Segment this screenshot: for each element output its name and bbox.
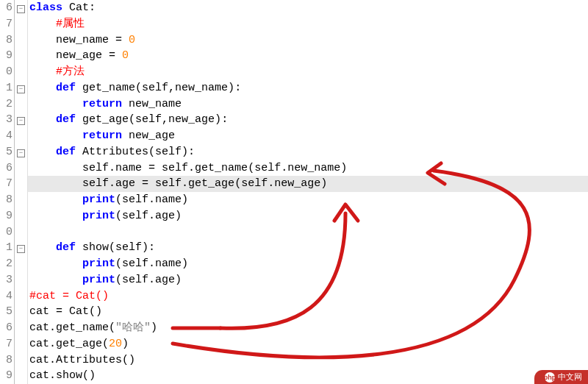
line-number: 4 [0,128,12,144]
line-number: 9 [0,48,12,64]
token-op: () [89,305,102,318]
token-op: ) [182,193,188,206]
code-line: new_age = 0 [28,48,588,64]
line-number: 7 [0,176,12,192]
fold-cell [15,368,27,384]
watermark-logo: php [545,372,555,383]
line-number: 6 [0,320,12,336]
token-kw: print [82,257,115,270]
fold-minus-icon[interactable]: − [17,5,25,13]
code-line: print(self.name) [28,256,588,272]
code-line: return new_age [28,128,588,144]
token-id: age [155,274,175,286]
token-op: . [182,177,188,190]
token-sp [29,257,82,270]
token-kw: def [56,241,82,254]
token-sp [29,113,56,126]
token-op: . [109,162,115,174]
fold-cell [15,16,27,32]
fold-cell [15,352,27,369]
token-id: cat [29,338,49,350]
token-kw: def [56,113,82,126]
fold-cell [15,96,27,113]
token-op: . [49,321,56,334]
fold-minus-icon[interactable]: − [17,117,25,125]
token-id: name [115,162,148,174]
code-line: cat = Cat() [28,304,588,320]
fold-cell [15,176,27,192]
token-com: #属性 [56,18,85,30]
token-id: self [135,113,162,126]
token-com: #cat = Cat() [29,290,109,302]
fold-minus-icon[interactable]: − [17,149,25,157]
code-line: def get_name(self,new_name): [28,80,588,96]
token-kw: print [82,274,115,286]
code-line: class Cat: [28,0,588,16]
token-kw: def [56,146,82,158]
line-number: 7 [0,16,12,32]
token-id: get_name [56,321,109,334]
token-kw: def [56,82,82,94]
token-id: new_age [129,129,175,142]
token-op: ) [182,257,188,270]
code-line: def get_age(self,new_age): [28,112,588,128]
token-op: ( [115,274,122,286]
token-op: , [162,113,168,126]
line-number: 7 [0,336,12,352]
token-op: ) [340,162,347,174]
line-number-gutter: 678901234567890123456789 [0,0,15,384]
fold-cell [15,336,27,352]
line-number: 0 [0,64,12,80]
token-op: . [281,162,287,174]
token-id: new_name [287,162,340,174]
token-op: ( [109,321,115,334]
token-kw: print [82,210,115,222]
fold-cell [15,48,27,64]
code-line [28,224,588,241]
token-id: cat [29,354,49,366]
token-op: = [109,49,122,62]
token-op: ( [115,210,122,222]
token-sp [29,65,56,78]
fold-minus-icon[interactable]: − [17,85,25,93]
fold-cell [15,64,27,80]
token-id: self [82,177,109,190]
token-id: show [56,369,82,382]
code-line: cat.Attributes() [28,352,588,369]
token-sp [29,129,82,142]
token-op: . [268,177,274,190]
token-op: : [148,241,155,254]
line-number: 9 [0,208,12,224]
line-number: 4 [0,288,12,305]
token-op: ) [142,241,148,254]
token-sp [29,18,56,30]
line-number: 9 [0,368,12,384]
fold-cell [15,272,27,288]
token-sp [29,193,82,206]
token-id: self [122,193,148,206]
token-op: . [148,274,155,286]
token-op: = [56,305,69,318]
token-id: new_age [274,177,320,190]
token-op: ( [248,162,254,174]
code-line: print(self.age) [28,272,588,288]
watermark-badge: php 中文网 [534,370,588,384]
token-op: ( [234,177,241,190]
token-id: new_age [56,49,109,62]
token-num: 20 [109,338,122,350]
token-id: new_name [175,82,228,94]
token-fn: show [82,241,109,254]
line-number: 1 [0,240,12,256]
token-str: "哈哈" [115,321,151,334]
code-line: #cat = Cat() [28,288,588,305]
code-line: new_name = 0 [28,32,588,49]
fold-minus-icon[interactable]: − [17,245,25,253]
token-op: . [188,162,195,174]
token-op: . [148,210,155,222]
token-id: name [155,193,182,206]
token-id: get_name [195,162,248,174]
code-line: #方法 [28,64,588,80]
line-number: 6 [0,160,12,177]
fold-cell [15,160,27,177]
fold-cell: − [15,112,27,128]
